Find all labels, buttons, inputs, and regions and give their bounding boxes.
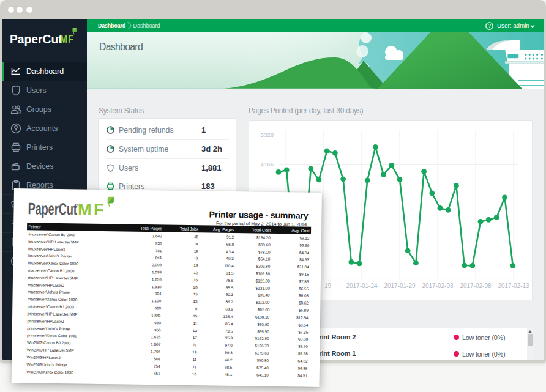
svg-text:4166: 4166	[261, 161, 274, 168]
svg-text:19: 19	[324, 283, 332, 289]
svg-text:?: ?	[488, 23, 491, 29]
svg-text:5328: 5328	[261, 131, 274, 138]
svg-text:2017-01-29: 2017-01-29	[384, 283, 416, 289]
svg-text:2017-02-13: 2017-02-13	[498, 283, 529, 289]
svg-text:2017-02-03: 2017-02-03	[422, 283, 454, 289]
svg-text:2017-01-24: 2017-01-24	[346, 283, 378, 289]
svg-text:2017-02-08: 2017-02-08	[460, 283, 492, 289]
